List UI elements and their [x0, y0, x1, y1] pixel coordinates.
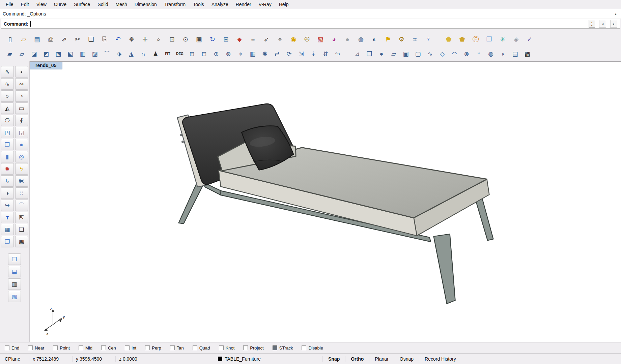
explode-icon[interactable]: ϟ: [15, 163, 28, 175]
current-layer-chip[interactable]: TABLE_Furniture: [215, 356, 292, 362]
fillet-icon[interactable]: ↳: [1, 175, 14, 187]
osnap-knot[interactable]: Knot: [219, 345, 235, 351]
checkbox[interactable]: [170, 345, 175, 350]
srf-pts-icon[interactable]: ▱: [16, 48, 28, 60]
gears-icon[interactable]: ⚙: [395, 33, 407, 46]
lamp-icon[interactable]: ◍: [485, 48, 497, 60]
perspective-viewport[interactable]: rendu_05: [30, 61, 621, 342]
checkbox[interactable]: [5, 345, 9, 350]
sweep2-icon[interactable]: ⬕: [65, 48, 76, 60]
status-planar[interactable]: Planar: [369, 356, 394, 362]
menu-edit[interactable]: Edit: [17, 0, 33, 8]
viewport-canvas[interactable]: z y x: [30, 62, 621, 342]
boolean-icon[interactable]: ✹: [1, 163, 14, 175]
wave-edit-icon[interactable]: ∿: [424, 48, 436, 60]
solid-cube-icon[interactable]: ❐: [1, 236, 14, 247]
menu-tools[interactable]: Tools: [189, 0, 208, 8]
network-srf-icon[interactable]: ▥: [77, 48, 88, 60]
orient-3pt-icon[interactable]: ⊿: [351, 48, 363, 60]
tube-icon[interactable]: ◎: [15, 151, 28, 162]
curve-interp-icon[interactable]: ∾: [15, 78, 28, 90]
revolve-icon[interactable]: ◩: [40, 48, 52, 60]
color-wheel-icon[interactable]: ◕: [328, 33, 340, 46]
trim-icon[interactable]: ✀: [15, 175, 28, 187]
symmetry-icon[interactable]: ⊕: [210, 48, 222, 60]
zoom-selected-icon[interactable]: ⊙: [179, 33, 192, 46]
osnap-perp[interactable]: Perp: [145, 345, 161, 351]
match-srf-icon[interactable]: ⊞: [186, 48, 198, 60]
checkbox[interactable]: [193, 345, 197, 350]
point-coordinates-icon[interactable]: ⌖: [274, 33, 286, 46]
layer-state-icon[interactable]: ▧: [8, 291, 21, 302]
box-edit-icon[interactable]: ▣: [400, 48, 412, 60]
status-record-history[interactable]: Record History: [419, 356, 461, 362]
osnap-near[interactable]: Near: [28, 345, 44, 351]
uvn-icon[interactable]: ⇱: [15, 212, 28, 223]
cage-box-icon[interactable]: ❒: [364, 48, 375, 60]
open-file-icon[interactable]: ▱: [18, 33, 30, 46]
menu-solid[interactable]: Solid: [94, 0, 112, 8]
menu-analyze[interactable]: Analyze: [208, 0, 232, 8]
srf-3pt-icon[interactable]: ▰: [4, 48, 16, 60]
point-icon[interactable]: •: [15, 66, 28, 78]
checkbox[interactable]: [101, 345, 106, 350]
drape-icon[interactable]: ⌒: [101, 48, 113, 60]
paste-icon[interactable]: ⎘: [98, 33, 111, 46]
curve-icon[interactable]: ∿: [1, 78, 14, 90]
undo-icon[interactable]: ↶: [112, 33, 124, 46]
properties-panel-icon[interactable]: ▥: [8, 278, 21, 290]
print-icon[interactable]: ⎙: [45, 33, 57, 46]
osnap-int[interactable]: Int: [125, 345, 136, 351]
render-sphere-icon[interactable]: ●: [341, 33, 354, 46]
checkbox[interactable]: [53, 345, 58, 350]
spinner-up-icon[interactable]: ▴: [591, 21, 592, 24]
status-snap[interactable]: Snap: [322, 356, 345, 362]
status-ortho[interactable]: Ortho: [345, 356, 369, 362]
rectangle-icon[interactable]: ▭: [15, 102, 28, 114]
save-icon[interactable]: ▤: [31, 33, 43, 46]
checkbox[interactable]: [273, 345, 277, 350]
helix-icon[interactable]: ∮: [15, 115, 28, 126]
menu-vray[interactable]: V-Ray: [255, 0, 275, 8]
refit-icon[interactable]: ✺: [259, 48, 271, 60]
text-icon[interactable]: T: [1, 212, 14, 223]
flag-icon[interactable]: ⚑: [382, 33, 394, 46]
zoom-window-icon[interactable]: ⊡: [166, 33, 178, 46]
distance-icon[interactable]: ⇔: [247, 33, 259, 46]
project-icon[interactable]: ⇣: [308, 48, 319, 60]
help-icon[interactable]: ?: [422, 33, 434, 46]
viewport-tab[interactable]: rendu_05: [30, 62, 62, 69]
pipe-icon[interactable]: ⊜: [461, 48, 472, 60]
menu-render[interactable]: Render: [232, 0, 255, 8]
spotlight-icon[interactable]: ◉: [287, 33, 300, 46]
cage-sphere-icon[interactable]: ●: [376, 48, 387, 60]
blend-cage-icon[interactable]: ◠: [449, 48, 460, 60]
select-arrow-icon[interactable]: ⇖: [1, 66, 14, 78]
menu-file[interactable]: File: [2, 0, 17, 8]
hatch-grid-icon[interactable]: ▩: [15, 236, 28, 247]
zoom-icon[interactable]: ⌕: [152, 33, 165, 46]
tag-olive-icon[interactable]: ⬟: [456, 33, 468, 46]
material-icon[interactable]: ▧: [314, 33, 327, 46]
spinner-down-icon[interactable]: ▾: [591, 24, 592, 27]
layers-panel-icon[interactable]: ▤: [8, 266, 21, 277]
block-icon[interactable]: ▦: [1, 224, 14, 235]
arch-srf-icon[interactable]: ∩: [138, 48, 149, 60]
sphere-icon[interactable]: ●: [15, 139, 28, 150]
menu-view[interactable]: View: [33, 0, 50, 8]
fillet-srf-icon[interactable]: ◮: [125, 48, 137, 60]
srf-patch-icon[interactable]: ◱: [15, 127, 28, 138]
box-icon[interactable]: ❒: [1, 139, 14, 150]
dome-icon[interactable]: ◗: [497, 48, 509, 60]
menu-curve[interactable]: Curve: [50, 0, 70, 8]
dot-grid-icon[interactable]: ▩: [521, 48, 533, 60]
menu-surface[interactable]: Surface: [70, 0, 94, 8]
patch-icon[interactable]: ▨: [89, 48, 101, 60]
rebuild-icon[interactable]: ▦: [247, 48, 258, 60]
blend-srf-icon[interactable]: ⟳: [283, 48, 295, 60]
fit-srf-icon[interactable]: FIT: [162, 48, 173, 60]
panel-blue-icon[interactable]: ▤: [509, 48, 521, 60]
ribbon-icon[interactable]: ↬: [332, 48, 343, 60]
osnap-disable[interactable]: Disable: [302, 345, 323, 351]
checkbox[interactable]: [79, 345, 83, 350]
